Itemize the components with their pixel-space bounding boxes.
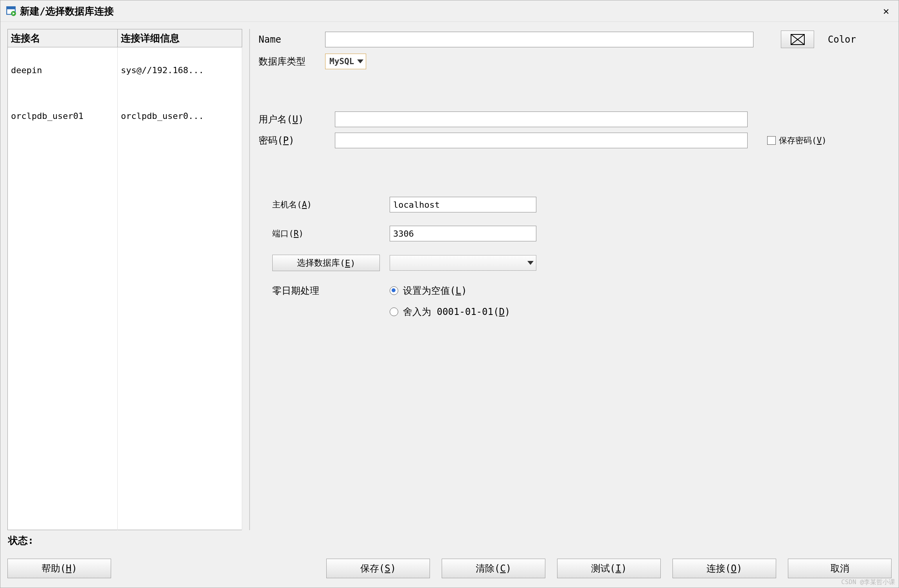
vertical-separator — [249, 29, 252, 530]
table-row[interactable]: deepin sys@//192.168... — [8, 47, 242, 94]
button-bar: 帮助(H) 保存(S) 清除(C) 测试(I) 连接(O) 取消 — [0, 555, 899, 588]
clear-button[interactable]: 清除(C) — [442, 559, 545, 578]
zerodate-opt-round[interactable]: 舍入为 0001-01-01(D) — [390, 306, 510, 318]
cancel-button[interactable]: 取消 — [788, 559, 892, 578]
connections-panel: 连接名 连接详细信息 deepin sys@//192.168... orclp… — [7, 29, 242, 530]
username-label: 用户名(U) — [259, 113, 335, 126]
dialog-window: 新建/选择数据库连接 ✕ 连接名 连接详细信息 deepin sys@//192… — [0, 0, 899, 588]
zerodate-opt-null-label: 设置为空值(L) — [403, 284, 467, 297]
main-area: 连接名 连接详细信息 deepin sys@//192.168... orclp… — [0, 22, 899, 530]
help-button[interactable]: 帮助(H) — [7, 559, 111, 578]
conn-name: orclpdb_user01 — [8, 93, 118, 138]
username-row: 用户名(U) — [259, 111, 892, 127]
dbtype-select[interactable]: MySQL — [325, 54, 366, 69]
color-button[interactable] — [781, 31, 814, 48]
chevron-down-icon — [527, 261, 534, 265]
color-label: Color — [828, 34, 856, 45]
table-row[interactable]: orclpdb_user01 orclpdb_user0... — [8, 93, 242, 138]
dbtype-label: 数据库类型 — [259, 55, 325, 68]
password-input[interactable] — [335, 133, 748, 148]
zerodate-opt-null[interactable]: 设置为空值(L) — [390, 284, 510, 297]
connections-table[interactable]: 连接名 连接详细信息 deepin sys@//192.168... orclp… — [7, 29, 242, 530]
hostname-label: 主机名(A) — [272, 199, 390, 210]
dbtype-row: 数据库类型 MySQL — [259, 54, 892, 69]
test-button[interactable]: 测试(I) — [557, 559, 661, 578]
radio-round[interactable] — [390, 307, 398, 316]
connect-button[interactable]: 连接(O) — [672, 559, 776, 578]
form-panel: Name Color 数据库类型 MySQL — [259, 29, 892, 530]
titlebar: 新建/选择数据库连接 ✕ — [0, 0, 899, 22]
password-label: 密码(P) — [259, 134, 335, 147]
dialog-title: 新建/选择数据库连接 — [20, 5, 879, 18]
zerodate-row: 零日期处理 设置为空值(L) 舍入为 0001-01-01(D) — [272, 284, 892, 318]
zerodate-label: 零日期处理 — [272, 284, 390, 297]
app-icon — [6, 6, 16, 16]
name-input[interactable] — [325, 32, 753, 47]
radio-set-null[interactable] — [390, 286, 398, 295]
svg-rect-1 — [7, 7, 15, 9]
conn-detail: sys@//192.168... — [118, 47, 242, 94]
port-row: 端口(R) — [272, 226, 892, 241]
save-password-label: 保存密码(V) — [779, 135, 827, 146]
hostname-input[interactable] — [390, 197, 536, 212]
chevron-down-icon — [357, 59, 363, 63]
col-detail-header[interactable]: 连接详细信息 — [118, 29, 242, 47]
col-name-header[interactable]: 连接名 — [8, 29, 118, 47]
zerodate-opt-round-label: 舍入为 0001-01-01(D) — [403, 306, 510, 318]
conn-name: deepin — [8, 47, 118, 94]
dbtype-value: MySQL — [329, 57, 354, 66]
close-icon[interactable]: ✕ — [879, 5, 893, 17]
name-label: Name — [259, 34, 325, 45]
name-row: Name Color — [259, 31, 892, 48]
color-swatch-icon — [790, 34, 805, 45]
save-button[interactable]: 保存(S) — [326, 559, 430, 578]
watermark: CSDN @李某哲小课 — [841, 578, 895, 586]
username-input[interactable] — [335, 111, 748, 127]
hostname-row: 主机名(A) — [272, 197, 892, 212]
save-password-checkbox[interactable] — [767, 136, 776, 145]
selectdb-row: 选择数据库(E) — [272, 255, 892, 271]
port-label: 端口(R) — [272, 228, 390, 239]
status-label: 状态: — [7, 530, 892, 555]
conn-detail: orclpdb_user0... — [118, 93, 242, 138]
password-row: 密码(P) 保存密码(V) — [259, 133, 892, 148]
port-input[interactable] — [390, 226, 536, 241]
database-select[interactable] — [390, 255, 536, 271]
select-database-button[interactable]: 选择数据库(E) — [272, 255, 380, 271]
